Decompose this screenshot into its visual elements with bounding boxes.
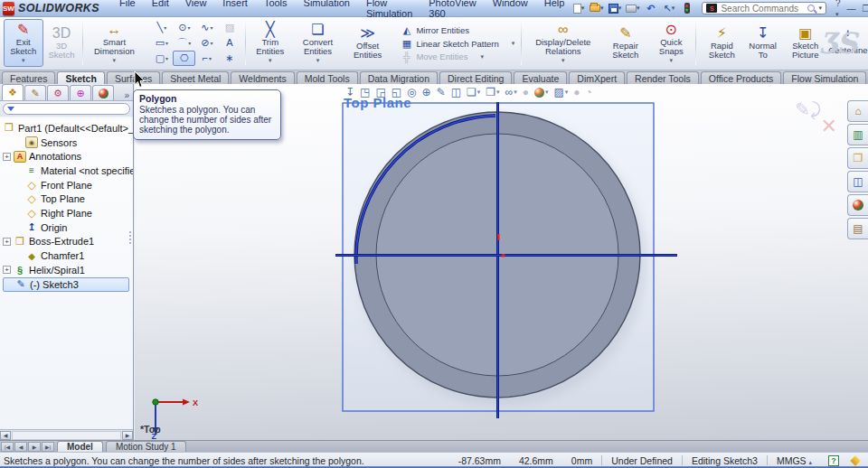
nav-next-button[interactable]: ▶ — [28, 442, 41, 452]
print-icon[interactable]: ▾ — [626, 3, 639, 14]
display-delete-relations-button[interactable]: ∞ Display/Delete Relations ▾ — [524, 19, 601, 67]
convert-entities-button[interactable]: ❏ Convert Entities ▾ — [291, 19, 344, 67]
arc-tool[interactable]: ⌒▾ — [173, 35, 195, 51]
tab-evaluate[interactable]: Evaluate — [514, 71, 567, 84]
tree-item-top-plane[interactable]: ◇ Top Plane — [3, 192, 133, 206]
display-manager-tab[interactable] — [92, 85, 114, 100]
quick-snaps-button[interactable]: ⊙ Quick Snaps ▾ — [649, 19, 693, 67]
tab-sheet-metal[interactable]: Sheet Metal — [162, 71, 229, 84]
tab-office-products[interactable]: Office Products — [701, 71, 782, 84]
view-palette-tab[interactable]: ◫ — [847, 171, 868, 192]
save-icon[interactable]: ▾ — [608, 3, 621, 14]
restore-button[interactable]: ❐ — [863, 4, 868, 14]
undo-icon[interactable]: ↶ — [644, 3, 657, 14]
tab-weldments[interactable]: Weldments — [231, 71, 294, 84]
tree-item-origin[interactable]: ↥ Origin — [3, 220, 133, 235]
apply-scene-icon[interactable]: ▨▾ — [553, 86, 568, 98]
nav-last-button[interactable]: ▶| — [42, 442, 54, 452]
panel-splitter-handle[interactable] — [127, 220, 133, 256]
view-settings-icon[interactable]: ● — [573, 86, 580, 98]
panel-horizontal-scrollbar[interactable]: ◀ ▶ — [0, 429, 133, 440]
text-tool[interactable]: A — [218, 35, 241, 51]
tree-item-sketch3[interactable]: ✎ (-) Sketch3 — [3, 277, 129, 292]
scroll-right-arrow[interactable]: ▶ — [122, 431, 133, 440]
resources-tab[interactable]: ⌂ — [847, 100, 868, 122]
confirmation-corner-pencil-icon[interactable]: ✎⤸ — [795, 98, 821, 120]
feature-tree-tab[interactable]: ❖ — [2, 84, 24, 100]
search-dropdown-caret[interactable]: ▾ — [818, 5, 822, 12]
open-file-icon[interactable]: ▾ — [590, 3, 603, 14]
expand-annotations[interactable]: + — [3, 153, 11, 161]
tab-mold-tools[interactable]: Mold Tools — [297, 71, 358, 84]
search-icon[interactable] — [807, 5, 815, 12]
rebuild-icon[interactable] — [680, 3, 693, 14]
view-orientation-icon[interactable]: ❏▾ — [467, 86, 480, 98]
design-library-tab[interactable]: ▥ — [847, 124, 868, 145]
tree-item-material[interactable]: ≡ Material <not specified> — [3, 164, 133, 178]
minimize-button[interactable]: — — [847, 4, 856, 14]
property-manager-tab[interactable]: ✎ — [24, 85, 46, 100]
units-selector[interactable]: MMGS ▴ — [768, 455, 821, 466]
repair-sketch-button[interactable]: ✎ Repair Sketch — [602, 19, 650, 67]
normal-to-button[interactable]: ↧ Normal To — [745, 19, 781, 67]
hide-show-items-icon[interactable]: ∞▾ — [505, 86, 517, 98]
point-tool[interactable]: ∗ — [218, 51, 241, 66]
tree-item-annotations[interactable]: + A Annotations — [3, 149, 133, 164]
tree-item-chamfer[interactable]: ◆ Chamfer1 — [3, 248, 133, 263]
model-tab[interactable]: Model — [57, 441, 103, 452]
dimxpert-manager-tab[interactable]: ⊕ — [70, 85, 91, 100]
display-style-icon[interactable]: ❐▾ — [486, 86, 499, 98]
smart-dimension-button[interactable]: ↔ Smart Dimension ▾ — [86, 19, 143, 67]
new-file-icon[interactable]: ▾ — [571, 3, 585, 14]
slot-tool[interactable]: ▢▾ — [150, 51, 173, 66]
tab-render-tools[interactable]: Render Tools — [627, 71, 699, 84]
tab-features[interactable]: Features — [2, 71, 55, 84]
trim-entities-button[interactable]: ╳ Trim Entities ▾ — [249, 19, 291, 67]
tree-item-boss-extrude[interactable]: + ❒ Boss-Extrude1 — [3, 235, 133, 249]
status-help-button[interactable]: ? — [828, 455, 839, 466]
tree-item-front-plane[interactable]: ◇ Front Plane — [3, 178, 133, 192]
tree-item-sensors[interactable]: ◉ Sensors — [3, 136, 133, 150]
nav-prev-button[interactable]: ◀ — [14, 442, 27, 452]
search-commands-box[interactable]: S ▾ — [702, 2, 826, 14]
exit-sketch-button[interactable]: ✎ Exit Sketch ▾ — [4, 19, 43, 67]
tab-flow-simulation[interactable]: Flow Simulation — [783, 71, 866, 84]
nav-first-button[interactable]: |◀ — [1, 442, 14, 452]
appearances-tab[interactable] — [847, 194, 868, 216]
tree-root-part[interactable]: ❒ Part1 (Default<<Default>_Displa — [3, 121, 133, 136]
tree-filter-box[interactable] — [3, 103, 130, 115]
expand-boss-extrude[interactable]: + — [3, 238, 11, 246]
line-tool[interactable]: ╲▾ — [150, 20, 173, 35]
camera-icon[interactable]: ◔ — [586, 86, 592, 98]
fillet-tool[interactable]: ⌐▾ — [195, 51, 218, 66]
circle-tool[interactable]: ⊙▾ — [173, 20, 195, 35]
offset-entities-button[interactable]: ≫ Offset Entities — [344, 19, 392, 67]
confirmation-corner-cancel-icon[interactable]: ✕ — [821, 115, 837, 138]
tab-data-migration[interactable]: Data Migration — [360, 71, 438, 84]
motion-study-tab[interactable]: Motion Study 1 — [106, 441, 186, 452]
tree-item-right-plane[interactable]: ◇ Right Plane — [3, 206, 133, 220]
tab-sketch[interactable]: Sketch — [57, 71, 104, 84]
ellipse-tool[interactable]: ⊘▾ — [195, 35, 218, 51]
zoom-in-out-icon[interactable]: ⊕ — [422, 86, 431, 98]
rotate-view-icon[interactable]: ✎ — [437, 86, 446, 98]
3d-sketch-button[interactable]: 3D 3D Sketch — [43, 19, 80, 67]
rapid-sketch-button[interactable]: ⚡ Rapid Sketch — [699, 19, 744, 67]
edit-appearance-icon[interactable]: ▾ — [534, 88, 549, 98]
expand-helix[interactable]: + — [3, 266, 11, 274]
status-tag-icon[interactable] — [850, 455, 860, 465]
select-pointer-icon[interactable]: ↖▾ — [662, 3, 675, 14]
file-explorer-tab[interactable]: ❐ — [847, 147, 868, 169]
configuration-manager-tab[interactable]: ⚙ — [47, 85, 69, 100]
tab-dimxpert[interactable]: DimXpert — [569, 71, 625, 84]
move-entities-button[interactable]: ╬ Move Entities ▾ — [399, 51, 516, 62]
tab-direct-editing[interactable]: Direct Editing — [439, 71, 512, 84]
panel-overflow-chevron[interactable]: » — [124, 90, 131, 100]
mirror-entities-button[interactable]: ◭ Mirror Entities — [399, 24, 516, 36]
linear-sketch-pattern-button[interactable]: ▦ Linear Sketch Pattern ▾ — [399, 38, 516, 50]
hatch-tool[interactable]: ▨ — [218, 20, 241, 35]
tree-item-helix-spiral[interactable]: + § Helix/Spiral1 — [3, 263, 133, 277]
custom-properties-tab[interactable]: ▤ — [847, 218, 868, 239]
scroll-track[interactable] — [12, 431, 121, 440]
shadows-icon[interactable]: ● — [523, 86, 529, 98]
